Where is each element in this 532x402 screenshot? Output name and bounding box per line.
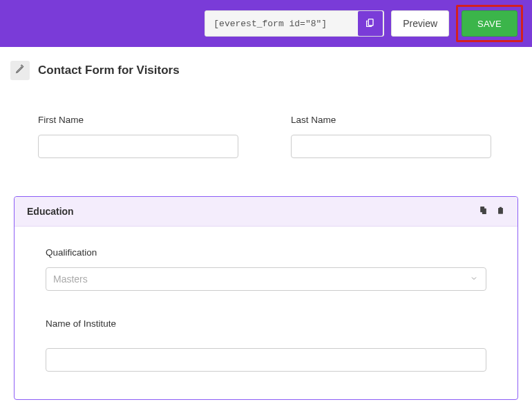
save-highlight-box: SAVE: [456, 5, 523, 42]
copy-icon: [479, 206, 488, 217]
save-button[interactable]: SAVE: [462, 10, 517, 37]
last-name-input[interactable]: [291, 135, 491, 158]
form-title-row: Contact Form for Visitors: [10, 61, 522, 80]
preview-button[interactable]: Preview: [391, 10, 449, 37]
pencil-icon: [15, 64, 25, 77]
qualification-group: Qualification Masters: [46, 247, 486, 291]
last-name-group: Last Name: [291, 115, 491, 158]
svg-rect-3: [498, 208, 503, 213]
first-name-group: First Name: [38, 115, 238, 158]
last-name-label: Last Name: [291, 115, 491, 125]
section-actions: [479, 206, 505, 217]
top-toolbar: Preview SAVE: [0, 0, 532, 47]
section-title: Education: [27, 206, 74, 217]
qualification-select-wrap: Masters: [46, 267, 486, 291]
institute-group: Name of Institute: [46, 318, 486, 372]
content-area: Contact Form for Visitors First Name Las…: [0, 47, 532, 402]
institute-input[interactable]: [46, 348, 486, 372]
education-section: Education: [14, 196, 518, 400]
section-header: Education: [15, 197, 517, 227]
svg-rect-2: [482, 209, 486, 214]
qualification-label: Qualification: [46, 247, 486, 258]
copy-shortcode-button[interactable]: [358, 11, 383, 36]
svg-rect-0: [369, 19, 374, 25]
name-fields-row: First Name Last Name: [10, 115, 522, 158]
first-name-input[interactable]: [38, 135, 238, 158]
institute-label: Name of Institute: [46, 318, 486, 329]
shortcode-container: [205, 10, 384, 37]
section-body: Qualification Masters Name of Institute: [15, 227, 517, 399]
shortcode-input[interactable]: [205, 11, 357, 36]
clipboard-icon: [365, 17, 376, 30]
trash-icon: [496, 206, 505, 217]
form-title: Contact Form for Visitors: [38, 64, 180, 77]
duplicate-section-button[interactable]: [479, 206, 488, 217]
edit-title-button[interactable]: [10, 61, 30, 80]
first-name-label: First Name: [38, 115, 238, 125]
qualification-select[interactable]: Masters: [46, 267, 486, 291]
delete-section-button[interactable]: [496, 206, 505, 217]
